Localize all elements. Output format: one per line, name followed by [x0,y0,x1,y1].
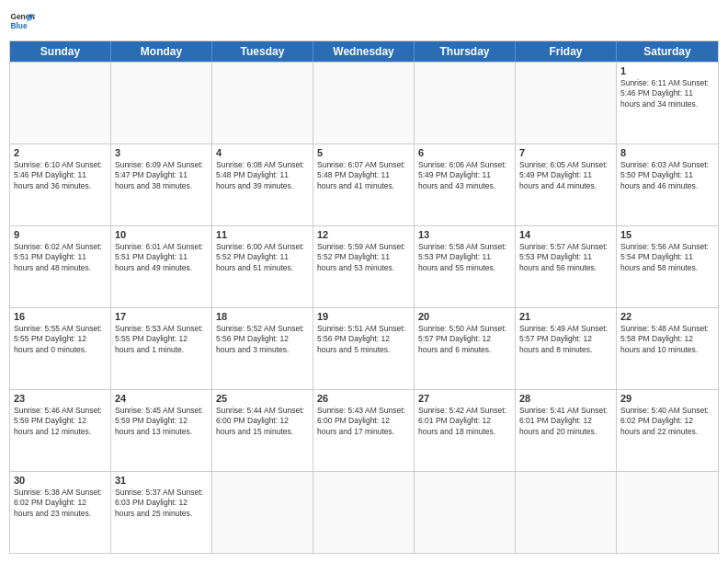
calendar-header: SundayMondayTuesdayWednesdayThursdayFrid… [10,41,718,62]
calendar-day-29: 29Sunrise: 5:40 AM Sunset: 6:02 PM Dayli… [617,390,718,471]
day-number: 18 [216,311,309,322]
day-info: Sunrise: 6:01 AM Sunset: 5:51 PM Dayligh… [115,242,208,273]
day-number: 28 [519,393,612,404]
calendar-day-3: 3Sunrise: 6:09 AM Sunset: 5:47 PM Daylig… [111,144,212,225]
day-number: 12 [317,229,410,240]
calendar-day-14: 14Sunrise: 5:57 AM Sunset: 5:53 PM Dayli… [516,226,617,307]
calendar-day-5: 5Sunrise: 6:07 AM Sunset: 5:48 PM Daylig… [313,144,415,225]
day-info: Sunrise: 5:52 AM Sunset: 5:56 PM Dayligh… [216,324,309,355]
calendar-day-empty [516,63,617,144]
calendar-day-empty [10,63,111,144]
calendar-day-empty [415,472,516,553]
calendar-day-1: 1Sunrise: 6:11 AM Sunset: 5:46 PM Daylig… [617,63,718,144]
calendar-row: 30Sunrise: 5:38 AM Sunset: 6:02 PM Dayli… [10,471,718,553]
day-of-week-saturday: Saturday [617,41,718,62]
day-number: 16 [14,311,107,322]
calendar-day-30: 30Sunrise: 5:38 AM Sunset: 6:02 PM Dayli… [10,472,111,553]
calendar-day-11: 11Sunrise: 6:00 AM Sunset: 5:52 PM Dayli… [212,226,313,307]
calendar-day-24: 24Sunrise: 5:45 AM Sunset: 5:59 PM Dayli… [111,390,212,471]
day-number: 30 [14,475,107,486]
day-number: 2 [14,147,107,158]
day-info: Sunrise: 5:51 AM Sunset: 5:56 PM Dayligh… [317,324,410,355]
calendar-day-23: 23Sunrise: 5:46 AM Sunset: 5:59 PM Dayli… [10,390,111,471]
day-number: 22 [620,311,714,322]
day-number: 24 [115,393,208,404]
day-of-week-thursday: Thursday [415,41,516,62]
day-info: Sunrise: 5:50 AM Sunset: 5:57 PM Dayligh… [418,324,511,355]
calendar-day-6: 6Sunrise: 6:06 AM Sunset: 5:49 PM Daylig… [415,144,516,225]
calendar-day-22: 22Sunrise: 5:48 AM Sunset: 5:58 PM Dayli… [617,308,718,389]
day-number: 11 [216,229,309,240]
day-info: Sunrise: 5:53 AM Sunset: 5:55 PM Dayligh… [115,324,208,355]
day-info: Sunrise: 5:46 AM Sunset: 5:59 PM Dayligh… [14,406,107,437]
day-info: Sunrise: 5:37 AM Sunset: 6:03 PM Dayligh… [115,488,208,519]
calendar-day-31: 31Sunrise: 5:37 AM Sunset: 6:03 PM Dayli… [111,472,212,553]
day-number: 3 [115,147,208,158]
day-number: 20 [418,311,511,322]
day-info: Sunrise: 6:03 AM Sunset: 5:50 PM Dayligh… [620,160,714,191]
calendar-day-15: 15Sunrise: 5:56 AM Sunset: 5:54 PM Dayli… [617,226,718,307]
calendar-day-empty [111,63,212,144]
day-number: 14 [519,229,612,240]
calendar-row: 23Sunrise: 5:46 AM Sunset: 5:59 PM Dayli… [10,389,718,471]
day-number: 7 [519,147,612,158]
day-info: Sunrise: 6:07 AM Sunset: 5:48 PM Dayligh… [317,160,410,191]
calendar-day-empty [212,63,313,144]
calendar-row: 9Sunrise: 6:02 AM Sunset: 5:51 PM Daylig… [10,225,718,307]
day-of-week-friday: Friday [516,41,617,62]
day-number: 15 [620,229,714,240]
day-info: Sunrise: 5:45 AM Sunset: 5:59 PM Dayligh… [115,406,208,437]
calendar-day-18: 18Sunrise: 5:52 AM Sunset: 5:56 PM Dayli… [212,308,313,389]
day-of-week-monday: Monday [111,41,212,62]
day-info: Sunrise: 5:40 AM Sunset: 6:02 PM Dayligh… [620,406,714,437]
calendar-day-12: 12Sunrise: 5:59 AM Sunset: 5:52 PM Dayli… [313,226,415,307]
day-number: 6 [418,147,511,158]
day-info: Sunrise: 6:09 AM Sunset: 5:47 PM Dayligh… [115,160,208,191]
calendar-row: 16Sunrise: 5:55 AM Sunset: 5:55 PM Dayli… [10,307,718,389]
day-info: Sunrise: 5:49 AM Sunset: 5:57 PM Dayligh… [519,324,612,355]
day-number: 13 [418,229,511,240]
day-info: Sunrise: 5:43 AM Sunset: 6:00 PM Dayligh… [317,406,410,437]
day-info: Sunrise: 6:05 AM Sunset: 5:49 PM Dayligh… [519,160,612,191]
day-info: Sunrise: 6:10 AM Sunset: 5:46 PM Dayligh… [14,160,107,191]
day-number: 8 [620,147,714,158]
calendar: SundayMondayTuesdayWednesdayThursdayFrid… [9,40,719,554]
day-info: Sunrise: 5:48 AM Sunset: 5:58 PM Dayligh… [620,324,714,355]
calendar-day-4: 4Sunrise: 6:08 AM Sunset: 5:48 PM Daylig… [212,144,313,225]
day-info: Sunrise: 5:59 AM Sunset: 5:52 PM Dayligh… [317,242,410,273]
calendar-day-empty [415,63,516,144]
day-info: Sunrise: 5:44 AM Sunset: 6:00 PM Dayligh… [216,406,309,437]
calendar-day-27: 27Sunrise: 5:42 AM Sunset: 6:01 PM Dayli… [415,390,516,471]
calendar-body: 1Sunrise: 6:11 AM Sunset: 5:46 PM Daylig… [10,62,718,553]
svg-text:Blue: Blue [10,21,27,30]
calendar-day-empty [617,472,718,553]
day-number: 10 [115,229,208,240]
day-of-week-tuesday: Tuesday [212,41,313,62]
calendar-day-26: 26Sunrise: 5:43 AM Sunset: 6:00 PM Dayli… [313,390,415,471]
calendar-day-empty [212,472,313,553]
day-info: Sunrise: 5:42 AM Sunset: 6:01 PM Dayligh… [418,406,511,437]
day-info: Sunrise: 5:56 AM Sunset: 5:54 PM Dayligh… [620,242,714,273]
calendar-row: 2Sunrise: 6:10 AM Sunset: 5:46 PM Daylig… [10,144,718,225]
day-number: 31 [115,475,208,486]
day-number: 1 [620,65,714,76]
calendar-row: 1Sunrise: 6:11 AM Sunset: 5:46 PM Daylig… [10,62,718,144]
calendar-day-28: 28Sunrise: 5:41 AM Sunset: 6:01 PM Dayli… [516,390,617,471]
day-info: Sunrise: 5:58 AM Sunset: 5:53 PM Dayligh… [418,242,511,273]
day-info: Sunrise: 6:02 AM Sunset: 5:51 PM Dayligh… [14,242,107,273]
day-number: 27 [418,393,511,404]
day-info: Sunrise: 6:08 AM Sunset: 5:48 PM Dayligh… [216,160,309,191]
calendar-day-empty [313,63,415,144]
day-info: Sunrise: 6:11 AM Sunset: 5:46 PM Dayligh… [620,78,714,109]
calendar-day-2: 2Sunrise: 6:10 AM Sunset: 5:46 PM Daylig… [10,144,111,225]
calendar-day-17: 17Sunrise: 5:53 AM Sunset: 5:55 PM Dayli… [111,308,212,389]
calendar-day-16: 16Sunrise: 5:55 AM Sunset: 5:55 PM Dayli… [10,308,111,389]
calendar-day-13: 13Sunrise: 5:58 AM Sunset: 5:53 PM Dayli… [415,226,516,307]
day-number: 17 [115,311,208,322]
calendar-day-7: 7Sunrise: 6:05 AM Sunset: 5:49 PM Daylig… [516,144,617,225]
day-info: Sunrise: 6:00 AM Sunset: 5:52 PM Dayligh… [216,242,309,273]
day-number: 25 [216,393,309,404]
logo-icon: General Blue [9,9,35,35]
calendar-day-8: 8Sunrise: 6:03 AM Sunset: 5:50 PM Daylig… [617,144,718,225]
calendar-day-9: 9Sunrise: 6:02 AM Sunset: 5:51 PM Daylig… [10,226,111,307]
